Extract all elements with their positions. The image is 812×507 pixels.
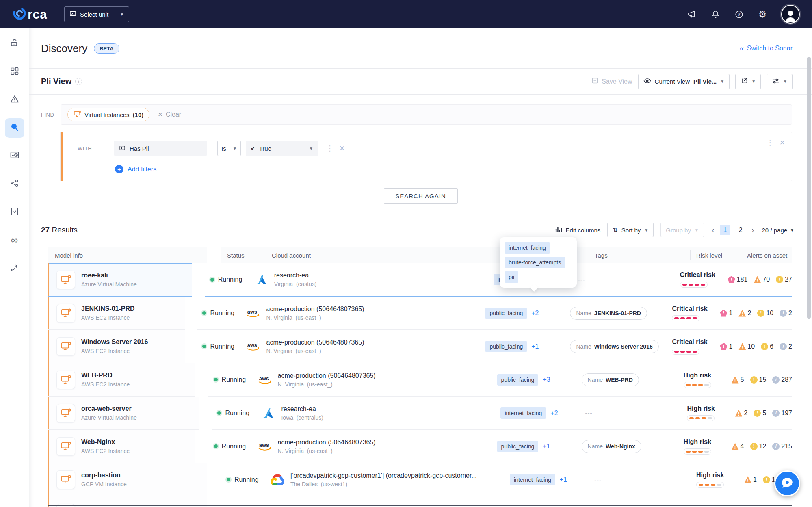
tag-pill[interactable]: Name WEB-PRD xyxy=(582,373,639,386)
sidebar-item-shift-left[interactable]: ∞ xyxy=(5,230,24,250)
asset-type-chip[interactable]: Virtual Instances (10) xyxy=(67,108,149,121)
remove-filter-group-icon[interactable]: ✕ xyxy=(780,139,785,147)
alert-count-high[interactable]: ! 4 xyxy=(732,443,744,450)
current-view-dropdown[interactable]: Current View Pli Vie... ▼ xyxy=(638,74,730,89)
alert-count-info[interactable]: i 197 xyxy=(772,410,792,417)
asset-name[interactable]: WEB-PRD xyxy=(81,372,130,379)
settings-icon[interactable]: ⚙ xyxy=(758,9,767,19)
model-info-cell[interactable]: JENKINS-01-PRD AWS EC2 Instance xyxy=(48,297,185,330)
header-status[interactable]: Status xyxy=(221,250,266,260)
cloud-account-name[interactable]: acme-production (506464807365) xyxy=(266,306,364,313)
header-alerts-on-asset[interactable]: Alerts on asset xyxy=(741,250,792,260)
tag-pill[interactable]: Name JENKINS-01-PRD xyxy=(570,307,647,320)
table-row[interactable]: corp-bastion GCP VM Instance Running ['o… xyxy=(48,463,792,496)
next-page-button[interactable]: › xyxy=(751,225,755,234)
notifications-icon[interactable] xyxy=(710,9,720,19)
alert-count-medium[interactable]: ! 27 xyxy=(776,276,792,283)
header-tags[interactable]: Tags xyxy=(589,250,690,260)
sidebar-item-data-flow[interactable] xyxy=(5,258,24,278)
page-2-button[interactable]: 2 xyxy=(735,225,746,235)
alert-count-medium[interactable]: ! 5 xyxy=(754,410,766,417)
tag-pill[interactable]: Name Windows Server 2016 xyxy=(570,340,658,353)
alert-count-info[interactable]: i 215 xyxy=(772,443,792,450)
chat-widget-button[interactable] xyxy=(774,470,800,496)
remove-filter-icon[interactable]: ✕ xyxy=(339,144,345,153)
kebab-menu-icon[interactable]: ⋮ xyxy=(767,138,774,147)
label-chip[interactable]: public_facing xyxy=(497,374,539,386)
prev-page-button[interactable]: ‹ xyxy=(711,225,715,234)
alert-count-high[interactable]: ! 2 xyxy=(738,310,751,317)
sidebar-item-inventory[interactable] xyxy=(5,146,24,166)
asset-name[interactable]: Windows Server 2016 xyxy=(81,338,148,346)
alert-count-medium[interactable]: ! 12 xyxy=(750,443,767,450)
sidebar-item-alerts[interactable] xyxy=(5,90,24,110)
filter-field-select[interactable]: Has Pii xyxy=(114,141,207,156)
search-again-button[interactable]: SEARCH AGAIN xyxy=(384,188,458,204)
table-row[interactable]: roee-kali Azure Virtual Machine Running … xyxy=(48,263,792,297)
sidebar-item-dashboard[interactable] xyxy=(5,62,24,82)
tooltip-label-chip[interactable]: internet_facing xyxy=(505,242,550,254)
orca-logo[interactable]: rca xyxy=(12,6,47,22)
alert-count-info[interactable]: i 2 xyxy=(780,310,792,317)
find-bar[interactable]: Virtual Instances (10) ✕ Clear xyxy=(61,104,792,125)
switch-to-sonar-link[interactable]: « Switch to Sonar xyxy=(740,44,793,53)
export-button[interactable]: ▼ xyxy=(735,74,761,89)
info-icon[interactable]: i xyxy=(75,78,82,85)
group-by-button[interactable]: Group by ▼ xyxy=(660,223,704,237)
alert-count-high[interactable]: ! 2 xyxy=(735,410,747,417)
alert-count-high[interactable]: ! 5 xyxy=(732,376,744,384)
alert-count-critical[interactable]: ! 181 xyxy=(728,276,748,283)
sidebar-item-search[interactable] xyxy=(5,118,24,138)
model-info-cell[interactable]: Windows Server 2016 AWS EC2 Instance xyxy=(48,330,185,363)
header-model-info[interactable]: Model info xyxy=(48,247,207,263)
model-info-cell[interactable]: Web-Nginx AWS EC2 Instance xyxy=(48,430,195,463)
alert-count-medium[interactable]: ! 6 xyxy=(761,343,773,350)
tag-pill[interactable]: Name Web-Nginx xyxy=(582,440,641,453)
table-row[interactable]: WEB-PRD AWS EC2 Instance Running aws acm… xyxy=(48,363,792,396)
alert-count-medium[interactable]: ! 10 xyxy=(757,310,773,317)
sort-by-button[interactable]: ⇅ Sort by ▼ xyxy=(607,223,654,237)
header-risk-level[interactable]: Risk level xyxy=(690,250,741,260)
asset-name[interactable]: roee-kali xyxy=(81,272,137,279)
label-chip[interactable]: public_facing xyxy=(485,341,527,352)
cloud-account-name[interactable]: acme-production (506464807365) xyxy=(278,372,376,379)
asset-name[interactable]: orca-web-server xyxy=(81,405,137,412)
label-chip[interactable]: internet_facing xyxy=(510,474,555,485)
more-labels-link[interactable]: +1 xyxy=(543,443,550,450)
more-labels-link[interactable]: +3 xyxy=(543,376,550,384)
label-chip[interactable]: public_facing xyxy=(485,308,527,319)
asset-name[interactable]: Web-Nginx xyxy=(81,438,130,446)
cloud-account-name[interactable]: research-ea xyxy=(274,272,317,279)
table-row[interactable]: orca-web-server Azure Virtual Machine Ru… xyxy=(48,396,792,430)
model-info-cell[interactable]: roee-kali Azure Virtual Machine xyxy=(48,263,192,297)
asset-name[interactable]: JENKINS-01-PRD xyxy=(81,305,135,312)
clear-filters-button[interactable]: ✕ Clear xyxy=(158,111,181,118)
model-info-cell[interactable]: WEB-PRD AWS EC2 Instance xyxy=(48,363,195,396)
table-row[interactable]: Windows Server 2016 AWS EC2 Instance Run… xyxy=(48,330,792,363)
tooltip-label-chip[interactable]: brute-force_attempts xyxy=(505,257,565,268)
alert-count-medium[interactable]: ! 15 xyxy=(750,376,767,384)
label-chip[interactable]: internet_facing xyxy=(500,407,546,419)
alert-count-critical[interactable]: ! 1 xyxy=(720,343,732,350)
cloud-account-name[interactable]: ['orcadevpatrick-gcp-customer1'] (orcade… xyxy=(290,472,477,479)
vertical-scrollbar[interactable] xyxy=(807,57,811,319)
save-view-button[interactable]: Save View xyxy=(591,77,632,86)
kebab-menu-icon[interactable]: ⋮ xyxy=(326,144,333,153)
page-1-button[interactable]: 1 xyxy=(720,225,730,235)
per-page-select[interactable]: 20 / page ▼ xyxy=(762,227,794,234)
more-labels-link[interactable]: +1 xyxy=(531,343,539,350)
alert-count-high[interactable]: ! 10 xyxy=(738,343,755,350)
table-row[interactable]: JENKINS-01-PRD AWS EC2 Instance Running … xyxy=(48,297,792,330)
more-labels-link[interactable]: +2 xyxy=(550,410,558,417)
table-settings-button[interactable]: ▼ xyxy=(767,74,793,89)
announcements-icon[interactable] xyxy=(687,9,697,19)
alert-count-high[interactable]: ! 70 xyxy=(754,276,770,283)
alert-count-info[interactable]: i 287 xyxy=(772,376,792,384)
cloud-account-name[interactable]: acme-production (506464807365) xyxy=(278,439,376,446)
more-labels-link[interactable]: +1 xyxy=(560,476,567,483)
add-filters-button[interactable]: + Add filters xyxy=(115,165,784,173)
more-labels-link[interactable]: +2 xyxy=(531,310,539,317)
alert-count-critical[interactable]: ! 1 xyxy=(720,310,732,317)
alert-count-info[interactable]: i 2 xyxy=(780,343,792,350)
alert-count-medium[interactable]: ! 1 xyxy=(763,476,775,483)
